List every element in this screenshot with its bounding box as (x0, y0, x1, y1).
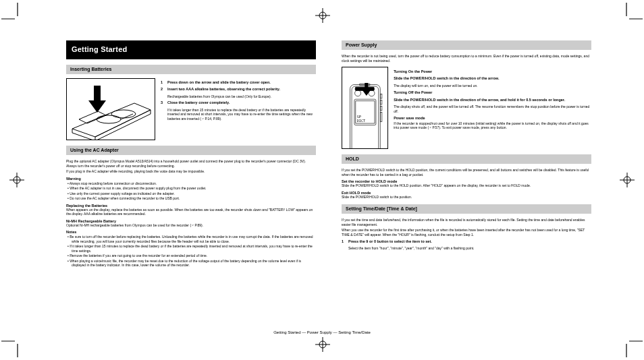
subsection-battery-bar: Inserting Batteries (66, 65, 316, 74)
recorder-figure-row: SP DICT Turning On the Power Slide the P… (342, 67, 591, 149)
svg-text:SP: SP (357, 115, 361, 119)
right-column: Power Supply When the recorder is not be… (342, 40, 591, 251)
recorder-illustration: SP DICT (342, 67, 388, 149)
section-heading: Getting Started (66, 40, 316, 53)
svg-rect-13 (380, 100, 382, 104)
section-heading-bar: Getting Started (66, 40, 316, 59)
svg-point-8 (355, 90, 361, 96)
page-footer: Getting Started — Power Supply — Setting… (273, 330, 371, 334)
subsection-hold-bar: HOLD (342, 154, 591, 164)
svg-point-5 (111, 110, 136, 118)
svg-rect-14 (380, 106, 382, 110)
svg-point-4 (97, 115, 121, 123)
subsection-time-bar: Setting Time/Date [Time & Date] (342, 204, 591, 214)
battery-figure-row: 1Press down on the arrow and slide the b… (66, 78, 316, 140)
subsection-power-bar: Power Supply (342, 40, 591, 50)
svg-text:DICT: DICT (357, 119, 365, 123)
battery-steps-text: 1Press down on the arrow and slide the b… (155, 78, 316, 121)
svg-rect-12 (380, 94, 382, 98)
battery-illustration (66, 78, 155, 140)
left-column: Getting Started Inserting Batteries (66, 40, 316, 268)
power-text: Turning On the Power Slide the POWER/HOL… (388, 67, 591, 130)
warning-title: Warning (66, 177, 316, 181)
ac-body-1: Plug the optional AC adapter (Olympus Mo… (66, 159, 316, 168)
svg-rect-15 (380, 112, 382, 121)
notes-title: Notes (66, 230, 316, 234)
subsection-ac-bar: Using the AC Adapter (66, 146, 316, 155)
ac-body-2: If you plug in the AC adapter while reco… (66, 169, 316, 174)
